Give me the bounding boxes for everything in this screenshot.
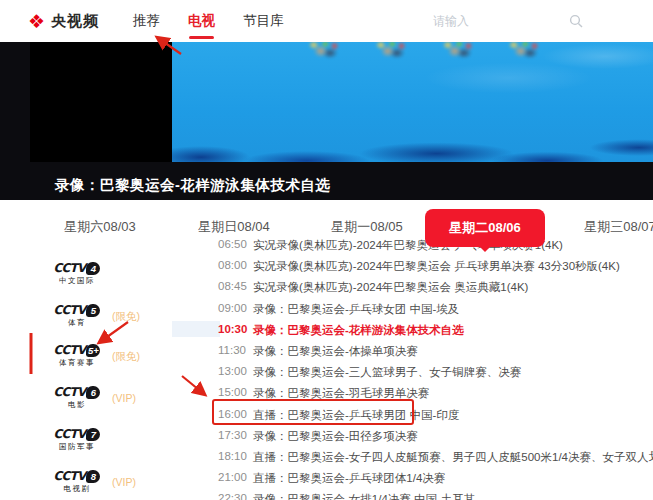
cctv6-logo-icon: CCTV6 bbox=[46, 385, 108, 399]
date-tab-1[interactable]: 星期日08/04 bbox=[174, 218, 294, 236]
site-logo-text: 央视频 bbox=[51, 12, 99, 31]
program-title: 录像：巴黎奥运会-三人篮球男子、女子铜牌赛、决赛 bbox=[253, 365, 521, 380]
swimmer-figure bbox=[300, 42, 346, 59]
channel-tag: (VIP) bbox=[112, 476, 136, 488]
swimmer-figure bbox=[367, 42, 413, 59]
program-time: 13:00 bbox=[218, 365, 253, 380]
channel-tag: (限免) bbox=[112, 310, 140, 324]
now-playing-title: 录像：巴黎奥运会-花样游泳集体技术自选 bbox=[55, 176, 330, 195]
program-title: 直播：巴黎奥运会-女子四人皮艇预赛、男子四人皮艇500米1/4决赛、女子双人划艇… bbox=[253, 450, 653, 465]
main-nav: 推荐电视节目库 bbox=[133, 12, 284, 30]
date-tab-0[interactable]: 星期六08/03 bbox=[40, 218, 160, 236]
date-tab-2[interactable]: 星期一08/05 bbox=[307, 218, 427, 236]
program-time: 08:00 bbox=[218, 259, 253, 274]
swimmer-figure bbox=[500, 42, 546, 59]
schedule-row[interactable]: 18:10直播：巴黎奥运会-女子四人皮艇预赛、男子四人皮艇500米1/4决赛、女… bbox=[218, 450, 653, 465]
program-title: 录像：巴黎奥运会-体操单项决赛 bbox=[253, 344, 418, 359]
program-title: 实况录像(奥林匹克)-2024年巴黎奥运会 奥运典藏1(4K) bbox=[253, 280, 528, 295]
channel-caption: 电影 bbox=[46, 400, 108, 410]
program-title: 录像：巴黎奥运会-田径多项决赛 bbox=[253, 429, 418, 444]
video-frame[interactable] bbox=[172, 42, 653, 162]
channel-item-cctv4[interactable]: CCTV4中文国际 bbox=[0, 261, 180, 286]
channel-item-cctv6[interactable]: CCTV6电影(VIP) bbox=[0, 385, 180, 410]
arrow-to-live-row bbox=[182, 376, 204, 394]
date-tab-4[interactable]: 星期三08/07 bbox=[560, 218, 653, 236]
schedule-row[interactable]: 22:30录像：巴黎奥运会-女排1/4决赛 中国-土耳其 bbox=[218, 492, 475, 500]
program-time: 08:45 bbox=[218, 280, 253, 295]
schedule-row[interactable]: 11:30录像：巴黎奥运会-体操单项决赛 bbox=[218, 344, 418, 359]
schedule-row[interactable]: 13:00录像：巴黎奥运会-三人篮球男子、女子铜牌赛、决赛 bbox=[218, 365, 521, 380]
channel-tag: (VIP) bbox=[112, 392, 136, 404]
program-title: 录像：巴黎奥运会-乒乓球女团 中国-埃及 bbox=[253, 302, 459, 317]
site-logo[interactable]: ❖ 央视频 bbox=[28, 12, 99, 31]
schedule-row[interactable]: 09:00录像：巴黎奥运会-乒乓球女团 中国-埃及 bbox=[218, 302, 459, 317]
channel-caption: 体育 bbox=[46, 318, 108, 328]
schedule-row[interactable]: 08:45实况录像(奥林匹克)-2024年巴黎奥运会 奥运典藏1(4K) bbox=[218, 280, 528, 295]
swimmer-figure bbox=[434, 42, 480, 59]
cctv4-logo-icon: CCTV4 bbox=[46, 261, 108, 275]
schedule-row[interactable]: 08:00实况录像(奥林匹克)-2024年巴黎奥运会 乒乓球男单决赛 43分30… bbox=[218, 259, 620, 274]
search-icon[interactable] bbox=[569, 14, 583, 28]
schedule-row[interactable]: 17:30录像：巴黎奥运会-田径多项决赛 bbox=[218, 429, 418, 444]
schedule-row[interactable]: 21:00直播：巴黎奥运会-乒乓球团体1/4决赛 bbox=[218, 471, 445, 486]
channel-item-cctv8[interactable]: CCTV8电视剧(VIP) bbox=[0, 469, 180, 494]
program-title: 直播：巴黎奥运会-乒乓球团体1/4决赛 bbox=[253, 471, 445, 486]
video-player: 录像：巴黎奥运会-花样游泳集体技术自选 bbox=[0, 42, 653, 200]
channel-caption: 电视剧 bbox=[46, 484, 108, 494]
channel-caption: 体育赛事 bbox=[46, 358, 108, 368]
program-time: 09:00 bbox=[218, 302, 253, 317]
channel-item-cctv5[interactable]: CCTV5体育(限免) bbox=[0, 303, 180, 328]
program-title: 录像：巴黎奥运会-女排1/4决赛 中国-土耳其 bbox=[253, 492, 475, 500]
program-title: 录像：巴黎奥运会-羽毛球男单决赛 bbox=[253, 386, 429, 401]
program-time: 10:30 bbox=[218, 323, 253, 338]
current-row-highlight bbox=[172, 321, 220, 337]
program-time: 18:10 bbox=[218, 450, 253, 465]
search-input[interactable]: 请输入 bbox=[433, 13, 469, 30]
nav-item-2[interactable]: 节目库 bbox=[243, 12, 284, 30]
channel-item-cctv7[interactable]: CCTV7国防军事 bbox=[0, 427, 180, 452]
program-title: 实况录像(奥林匹克)-2024年巴黎奥运会 乒乓球男单决赛 43分30秒版(4K… bbox=[253, 259, 620, 274]
cctv5+-logo-icon: CCTV5+ bbox=[46, 343, 108, 357]
search-box[interactable]: 请输入 bbox=[433, 13, 583, 30]
program-time: 15:00 bbox=[218, 386, 253, 401]
channel-item-cctv5+[interactable]: CCTV5+体育赛事(限免) bbox=[0, 343, 180, 368]
program-time: 22:30 bbox=[218, 492, 253, 500]
program-time: 17:30 bbox=[218, 429, 253, 444]
schedule-row-live-annotated[interactable]: 16:00直播：巴黎奥运会-乒乓球男团 中国-印度 bbox=[218, 408, 459, 423]
program-time: 06:50 bbox=[218, 238, 253, 253]
cctv8-logo-icon: CCTV8 bbox=[46, 469, 108, 483]
program-title: 直播：巴黎奥运会-乒乓球男团 中国-印度 bbox=[253, 408, 459, 423]
cctv-video-logo-icon: ❖ bbox=[28, 12, 45, 31]
nav-item-0[interactable]: 推荐 bbox=[133, 12, 160, 30]
channel-caption: 中文国际 bbox=[46, 276, 108, 286]
program-time: 11:30 bbox=[218, 344, 253, 359]
top-header: ❖ 央视频 推荐电视节目库 请输入 bbox=[0, 0, 653, 42]
player-letterbox bbox=[30, 42, 172, 162]
channel-tag: (限免) bbox=[112, 350, 140, 364]
program-time: 21:00 bbox=[218, 471, 253, 486]
schedule-row-current[interactable]: 10:30录像：巴黎奥运会-花样游泳集体技术自选 bbox=[218, 323, 464, 338]
schedule-row[interactable]: 15:00录像：巴黎奥运会-羽毛球男单决赛 bbox=[218, 386, 429, 401]
channel-caption: 国防军事 bbox=[46, 442, 108, 452]
program-time: 16:00 bbox=[218, 408, 253, 423]
cctv7-logo-icon: CCTV7 bbox=[46, 427, 108, 441]
program-title: 录像：巴黎奥运会-花样游泳集体技术自选 bbox=[253, 323, 464, 338]
cctv5-logo-icon: CCTV5 bbox=[46, 303, 108, 317]
date-tab-3[interactable]: 星期二08/06 bbox=[425, 209, 545, 247]
nav-item-1[interactable]: 电视 bbox=[188, 12, 215, 30]
